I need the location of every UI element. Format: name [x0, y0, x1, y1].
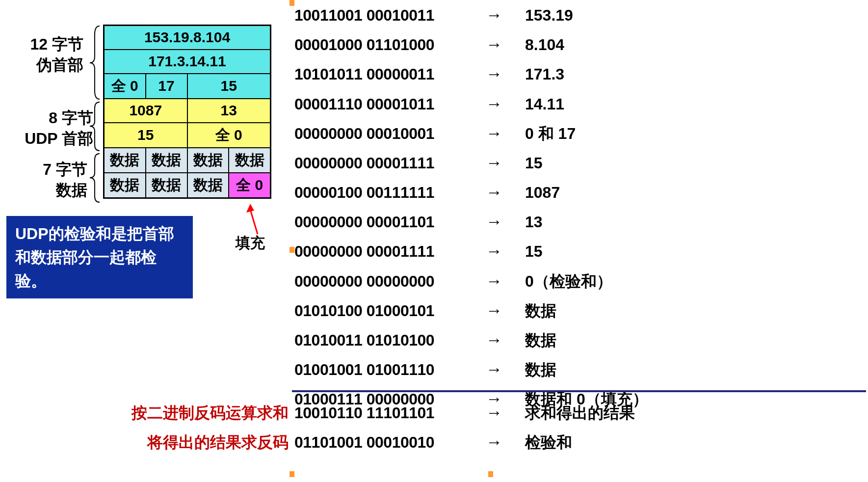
data-label: 7 字节数据	[19, 160, 87, 200]
sum-label: 按二进制反码运算求和	[113, 399, 294, 427]
arrow-icon: →	[486, 29, 525, 59]
binary-desc: 8.104	[525, 31, 859, 59]
inv-label: 将得出的结果求反码	[113, 428, 294, 456]
arrow-icon: →	[486, 325, 525, 354]
binary-desc: 15	[525, 238, 859, 266]
binary-desc: 1087	[525, 179, 859, 207]
binary-value: 00000000 00010001	[294, 120, 486, 148]
binary-row: 00000100 00111111→1087	[294, 177, 859, 207]
arrow-icon: →	[486, 295, 525, 325]
zero-cell: 全 0	[104, 74, 146, 99]
binary-desc: 数据	[525, 356, 859, 384]
binary-value: 01010011 01010100	[294, 326, 486, 354]
fill-text: 填充	[236, 233, 265, 253]
udp-structure-table: 153.19.8.104 171.3.14.11 全 0 17 15 1087 …	[103, 25, 271, 199]
len-cell: 15	[187, 74, 271, 99]
binary-value: 00001110 00001011	[294, 90, 486, 118]
udp-len-cell: 15	[104, 123, 187, 148]
data-cell: 数据	[104, 173, 146, 198]
binary-desc: 数据	[525, 326, 859, 354]
arrow-icon: →	[486, 0, 525, 29]
brace-1	[87, 25, 102, 101]
binary-value: 00000000 00001101	[294, 208, 486, 236]
pseudo-header-label: 12 字节伪首部	[10, 34, 83, 75]
data-cell: 数据	[104, 148, 146, 173]
arrow-icon: →	[486, 236, 525, 266]
binary-value: 00001000 01101000	[294, 31, 486, 59]
binary-desc: 153.19	[525, 1, 859, 29]
binary-row: 00001110 00001011→14.11	[294, 89, 859, 118]
tick-icon	[289, 0, 294, 6]
binary-value: 00000000 00001111	[294, 238, 486, 266]
arrow-icon: →	[486, 118, 525, 148]
padding-cell: 全 0	[229, 173, 270, 198]
bottom-section: 按二进制反码运算求和 10010110 11101101 → 求和得出的结果 将…	[113, 398, 635, 456]
binary-desc: 14.11	[525, 90, 859, 118]
sum-desc: 求和得出的结果	[525, 399, 635, 427]
binary-row: 00000000 00001101→13	[294, 207, 859, 236]
binary-list: 10011001 00010011→153.1900001000 0110100…	[294, 0, 859, 413]
binary-desc: 171.3	[525, 60, 859, 88]
binary-row: 00000000 00000000→0（检验和）	[294, 266, 859, 295]
binary-row: 00001000 01101000→8.104	[294, 29, 859, 59]
svg-line-0	[250, 210, 258, 234]
binary-row: 01010011 01010100→数据	[294, 325, 859, 354]
checksum-cell: 全 0	[187, 123, 271, 148]
src-ip-cell: 153.19.8.104	[104, 26, 271, 50]
binary-value: 01010100 01000101	[294, 297, 486, 325]
dst-ip-cell: 171.3.14.11	[104, 50, 271, 74]
inv-desc: 检验和	[525, 428, 635, 456]
brace-3	[87, 152, 102, 204]
binary-value: 00000100 00111111	[294, 179, 486, 207]
binary-row: 10101011 00000011→171.3	[294, 59, 859, 88]
binary-row: 01010100 01000101→数据	[294, 295, 859, 325]
arrow-icon: →	[486, 398, 525, 427]
proto-cell: 17	[146, 74, 187, 99]
arrow-icon: →	[486, 266, 525, 295]
arrow-icon: →	[486, 148, 525, 177]
binary-desc: 数据	[525, 297, 859, 325]
inv-binary: 01101001 00010010	[294, 428, 486, 456]
binary-desc: 13	[525, 208, 859, 236]
binary-value: 00000000 00000000	[294, 268, 486, 295]
binary-value: 01001001 01001110	[294, 356, 486, 384]
inv-row: 将得出的结果求反码 01101001 00010010 → 检验和	[113, 427, 635, 456]
binary-value: 10101011 00000011	[294, 60, 486, 88]
src-port-cell: 1087	[104, 99, 187, 123]
arrow-icon: →	[486, 427, 525, 456]
data-cell: 数据	[187, 173, 229, 198]
binary-value: 00000000 00001111	[294, 149, 486, 177]
udp-header-label: 8 字节UDP 首部	[0, 108, 93, 149]
binary-desc: 0（检验和）	[525, 268, 859, 295]
tick-icon	[488, 471, 493, 477]
binary-row: 00000000 00010001→0 和 17	[294, 118, 859, 148]
binary-desc: 0 和 17	[525, 120, 859, 148]
tick-icon	[289, 471, 294, 477]
arrow-icon: →	[486, 89, 525, 118]
sum-binary: 10010110 11101101	[294, 399, 486, 427]
data-cell: 数据	[229, 148, 270, 173]
arrow-icon: →	[486, 207, 525, 236]
binary-value: 10011001 00010011	[294, 1, 486, 29]
data-cell: 数据	[146, 173, 187, 198]
dst-port-cell: 13	[187, 99, 271, 123]
binary-desc: 15	[525, 149, 859, 177]
binary-row: 01001001 01001110→数据	[294, 354, 859, 384]
svg-marker-1	[246, 204, 254, 213]
arrow-icon: →	[486, 177, 525, 207]
explanation-box: UDP的检验和是把首部和数据部分一起都检验。	[6, 216, 193, 298]
sum-row: 按二进制反码运算求和 10010110 11101101 → 求和得出的结果	[113, 398, 635, 427]
binary-row: 10011001 00010011→153.19	[294, 0, 859, 29]
brace-2	[87, 101, 102, 152]
binary-row: 00000000 00001111→15	[294, 236, 859, 266]
data-cell: 数据	[187, 148, 229, 173]
data-cell: 数据	[146, 148, 187, 173]
tick-icon	[289, 247, 294, 253]
arrow-icon: →	[486, 354, 525, 384]
arrow-icon: →	[486, 59, 525, 88]
sum-divider	[292, 390, 866, 392]
binary-row: 00000000 00001111→15	[294, 148, 859, 177]
